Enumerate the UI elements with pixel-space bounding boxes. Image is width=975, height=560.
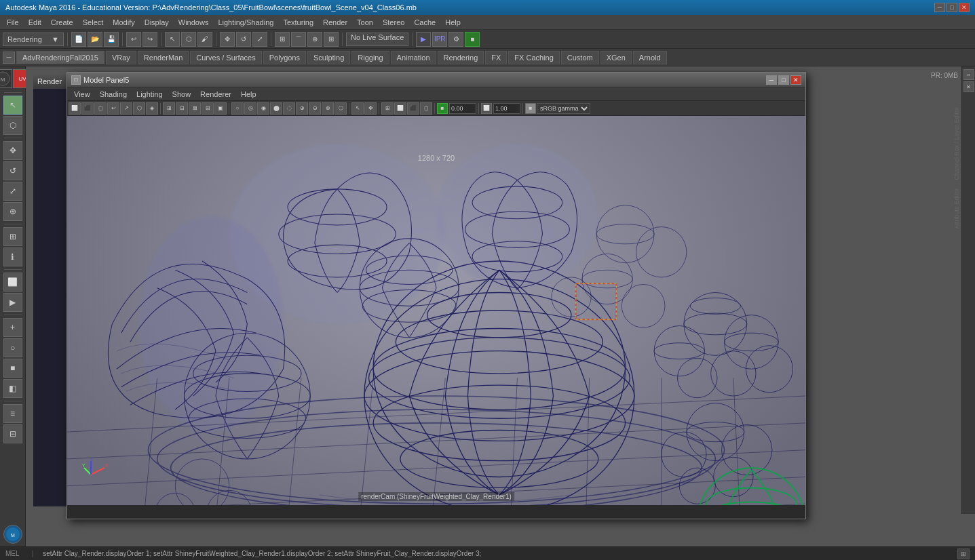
menu-file[interactable]: File <box>3 17 23 28</box>
menu-create[interactable]: Create <box>47 17 77 28</box>
mp-tool-24[interactable]: ⊞ <box>381 102 394 115</box>
menu-texturing[interactable]: Texturing <box>279 17 318 28</box>
mp-tool-15[interactable]: ◉ <box>257 102 269 115</box>
shelf-collapse-btn[interactable]: ─ <box>3 52 15 64</box>
menu-windows[interactable]: Windows <box>174 17 213 28</box>
mp-value-input2[interactable] <box>493 103 520 114</box>
shelf-tab-polygons[interactable]: Polygons <box>263 51 306 64</box>
mp-menu-lighting[interactable]: Lighting <box>132 89 167 100</box>
shelf-tab-sculpting[interactable]: Sculpting <box>307 51 350 64</box>
shelf-tab-curves[interactable]: Curves / Surfaces <box>190 51 261 64</box>
mp-tool-6[interactable]: ⬡ <box>133 102 145 115</box>
mp-input-icon[interactable]: ■ <box>437 103 448 114</box>
render-view-btn[interactable]: ■ <box>465 32 480 47</box>
mp-value-input1[interactable] <box>449 103 476 114</box>
icon-btn-b[interactable]: ○ <box>3 338 22 357</box>
paint-tool-btn[interactable]: ⬡ <box>3 116 22 135</box>
mp-tool-19[interactable]: ⊖ <box>309 102 321 115</box>
maximize-button[interactable]: □ <box>947 3 957 12</box>
mp-menu-help[interactable]: Help <box>237 89 261 100</box>
mp-tool-18[interactable]: ⊕ <box>296 102 308 115</box>
menu-help[interactable]: Help <box>441 17 465 28</box>
shelf-tab-rigging[interactable]: Rigging <box>351 51 389 64</box>
snap-point-btn[interactable]: ⊕ <box>307 32 322 47</box>
shelf-tab-fx[interactable]: FX <box>485 51 507 64</box>
undo-btn[interactable]: ↩ <box>126 32 141 47</box>
mp-tool-23[interactable]: ✥ <box>364 102 377 115</box>
rotate-tool-left-btn[interactable]: ↺ <box>3 161 22 180</box>
shelf-tab-custom[interactable]: Custom <box>561 51 599 64</box>
snap-btn[interactable]: ⊞ <box>3 227 22 246</box>
mp-tool-27[interactable]: ◻ <box>420 102 432 115</box>
menu-stereo[interactable]: Stereo <box>379 17 408 28</box>
icon-btn-e[interactable]: ≡ <box>3 404 22 423</box>
menu-select[interactable]: Select <box>79 17 108 28</box>
mp-tool-8[interactable]: ⊞ <box>163 102 175 115</box>
menu-lighting-shading[interactable]: Lighting/Shading <box>214 17 278 28</box>
mp-tool-5[interactable]: ↗ <box>120 102 132 115</box>
mp-menu-view[interactable]: View <box>70 89 94 100</box>
redo-btn[interactable]: ↪ <box>142 32 157 47</box>
mp-menu-renderer[interactable]: Renderer <box>196 89 235 100</box>
menu-edit[interactable]: Edit <box>24 17 45 28</box>
mp-menu-show[interactable]: Show <box>168 89 195 100</box>
mp-tool-7[interactable]: ◈ <box>146 102 158 115</box>
mp-menu-shading[interactable]: Shading <box>96 89 131 100</box>
icon-btn-a[interactable]: + <box>3 318 22 337</box>
shelf-tab-animation[interactable]: Animation <box>391 51 436 64</box>
menu-toon[interactable]: Toon <box>353 17 377 28</box>
mp-input-icon2[interactable]: ⬜ <box>481 103 492 114</box>
icon-btn-f[interactable]: ⊟ <box>3 424 22 443</box>
menu-render[interactable]: Render <box>319 17 351 28</box>
statusbar-icon[interactable]: ⊞ <box>957 548 970 559</box>
ipr-btn[interactable]: IPR <box>432 32 447 47</box>
mp-close-btn[interactable]: ✕ <box>790 75 801 85</box>
live-surface-btn[interactable]: No Live Surface <box>346 33 408 46</box>
scale-tool-btn[interactable]: ⤢ <box>252 32 267 47</box>
shelf-tab-rendering[interactable]: Rendering <box>438 51 484 64</box>
menu-display[interactable]: Display <box>140 17 173 28</box>
right-panel-expand1[interactable]: » <box>963 69 974 80</box>
shelf-tab-fxcaching[interactable]: FX Caching <box>508 51 559 64</box>
mp-tool-17[interactable]: ◌ <box>283 102 295 115</box>
maya-bottom-icon[interactable]: M <box>3 525 22 544</box>
shelf-tab-advrendering[interactable]: AdvRenderingFall2015 <box>16 51 104 64</box>
mp-maximize-btn[interactable]: □ <box>778 75 789 85</box>
mp-tool-3[interactable]: ◻ <box>94 102 107 115</box>
paint-sel-btn[interactable]: 🖌 <box>197 32 212 47</box>
move-tool-btn[interactable]: ✥ <box>220 32 235 47</box>
menu-cache[interactable]: Cache <box>410 17 440 28</box>
model-panel-viewport[interactable]: 1280 x 720 <box>67 116 805 505</box>
mp-minimize-btn[interactable]: ─ <box>766 75 777 85</box>
menu-modify[interactable]: Modify <box>109 17 138 28</box>
transform-btn[interactable]: ⊕ <box>3 202 22 221</box>
select-tool-btn[interactable]: ↖ <box>165 32 180 47</box>
playback-btn[interactable]: ▶ <box>3 293 22 312</box>
open-file-btn[interactable]: 📂 <box>88 32 102 47</box>
mp-tool-11[interactable]: ⊞ <box>202 102 214 115</box>
icon-btn-c[interactable]: ■ <box>3 359 22 378</box>
render-btn[interactable]: ▶ <box>416 32 431 47</box>
new-file-btn[interactable]: 📄 <box>71 32 86 47</box>
mp-tool-13[interactable]: ○ <box>231 102 244 115</box>
snap-view-btn[interactable]: ⊞ <box>324 32 339 47</box>
render-region-btn[interactable]: ⬜ <box>3 273 22 292</box>
lasso-tool-btn[interactable]: ⬡ <box>181 32 196 47</box>
mp-tool-14[interactable]: ◎ <box>244 102 256 115</box>
shelf-tab-xgen[interactable]: XGen <box>600 51 632 64</box>
right-panel-expand2[interactable]: ✕ <box>963 81 974 92</box>
rotate-tool-btn[interactable]: ↺ <box>236 32 251 47</box>
select-mode-btn[interactable]: ↖ <box>3 96 22 115</box>
mp-tool-9[interactable]: ⊟ <box>176 102 188 115</box>
mp-tool-26[interactable]: ⬛ <box>407 102 419 115</box>
mp-tool-20[interactable]: ⊗ <box>322 102 334 115</box>
mp-tool-12[interactable]: ▣ <box>214 102 227 115</box>
icon-btn-d[interactable]: ◧ <box>3 379 22 398</box>
save-file-btn[interactable]: 💾 <box>104 32 119 47</box>
maya-logo-btn[interactable]: M <box>0 69 12 88</box>
move-tool-left-btn[interactable]: ✥ <box>3 141 22 160</box>
shelf-tab-vray[interactable]: VRay <box>106 51 136 64</box>
shelf-tab-arnold[interactable]: Arnold <box>633 51 667 64</box>
mp-tool-25[interactable]: ⬜ <box>394 102 406 115</box>
mp-tool-10[interactable]: ⊠ <box>189 102 201 115</box>
